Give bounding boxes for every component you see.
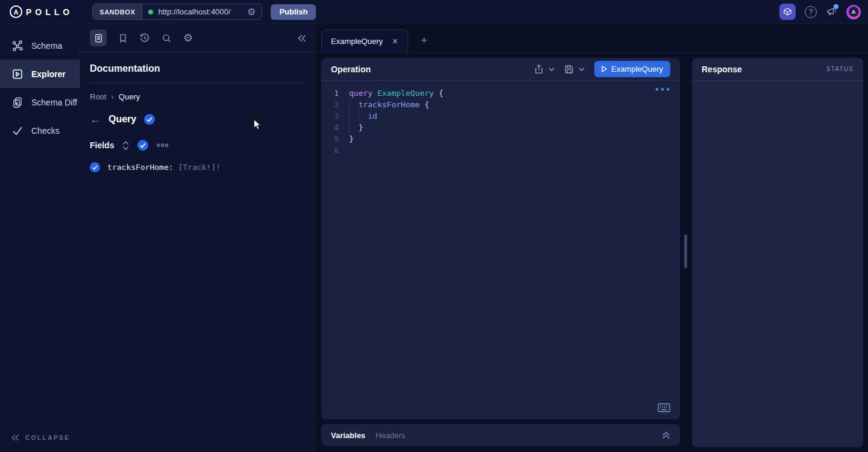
help-button[interactable]: ? (805, 6, 817, 18)
field-type-link[interactable]: [Track!]! (178, 163, 220, 172)
connection-settings-gear-icon[interactable]: ⚙ (247, 7, 256, 17)
schema-search-button[interactable] (162, 33, 172, 43)
save-floppy-icon (564, 64, 574, 74)
line-number: 2 (321, 99, 349, 110)
select-all-fields-check-icon[interactable] (137, 140, 148, 151)
double-chevron-left-icon (298, 34, 306, 42)
code-lines: 1query ExampleQuery {2tracksForHome {3id… (321, 87, 680, 156)
collapse-sidebar-button[interactable]: COLLAPSE (11, 434, 70, 441)
operation-tab-bar: ExampleQuery ✕ + (316, 24, 868, 53)
operation-panel-title: Operation (331, 64, 371, 74)
sidebar-item-label: Schema (31, 41, 62, 51)
apollo-logo[interactable]: A POLLO (10, 5, 73, 18)
share-icon (534, 64, 544, 74)
operation-history-button[interactable] (139, 33, 150, 43)
double-chevron-left-icon (11, 434, 19, 441)
add-tab-button[interactable]: + (421, 34, 427, 47)
line-number: 5 (321, 133, 349, 145)
sidebar-item-checks[interactable]: Checks (0, 116, 80, 145)
response-panel-header: Response STATUS (692, 58, 863, 81)
editor-more-menu-icon[interactable]: ••• (655, 86, 671, 94)
graphql-editor[interactable]: 1query ExampleQuery {2tracksForHome {3id… (321, 81, 680, 156)
notification-dot (834, 4, 838, 9)
operation-panel: Operation (321, 58, 680, 419)
line-number: 4 (321, 122, 349, 133)
share-operation-button[interactable] (534, 64, 544, 74)
user-avatar[interactable]: A (846, 5, 861, 19)
keyboard-shortcuts-button[interactable] (658, 403, 670, 412)
sidebar-item-schema[interactable]: Schema (0, 31, 80, 60)
breadcrumb-root-link[interactable]: Root (90, 92, 106, 101)
response-panel-title: Response (702, 64, 742, 74)
documentation-tab-button[interactable] (90, 30, 107, 46)
code-line: 6 (321, 145, 680, 156)
breadcrumb-current: Query (119, 92, 140, 101)
explorer-settings-button[interactable]: ⚙ (183, 33, 193, 43)
field-name[interactable]: tracksForHome: (107, 163, 174, 172)
save-operation-button[interactable] (564, 64, 574, 74)
field-row-tracksForHome: tracksForHome: [Track!]! (90, 162, 306, 172)
schema-diff-icon (11, 96, 24, 108)
sandbox-app-button[interactable] (779, 4, 796, 20)
expand-variables-button[interactable] (662, 432, 670, 439)
sidebar-item-schema-diff[interactable]: Schema Diff (0, 88, 80, 116)
schema-graph-icon (11, 40, 24, 52)
operation-panel-header: Operation (321, 58, 680, 81)
type-name: Query (108, 114, 136, 125)
back-arrow-icon[interactable]: ← (90, 114, 101, 125)
sidebar-item-label: Schema Diff (31, 98, 77, 107)
document-icon (93, 33, 104, 43)
apollo-logo-text: POLLO (26, 7, 73, 17)
sandbox-badge: SANDBOX (93, 4, 142, 19)
code-line: 1query ExampleQuery { (321, 87, 680, 99)
more-options-dots-icon[interactable] (156, 143, 169, 148)
type-selected-check-icon[interactable] (144, 114, 155, 125)
run-operation-button[interactable]: ExampleQuery (594, 61, 670, 77)
collapse-docs-panel-button[interactable] (298, 34, 306, 42)
publish-button[interactable]: Publish (271, 4, 316, 20)
code-line: 2tracksForHome { (321, 99, 680, 110)
code-line: 5} (321, 133, 680, 145)
endpoint-url-wrap: http://localhost:4000/ ⚙ (142, 7, 262, 17)
line-number: 6 (321, 145, 349, 156)
response-panel: Response STATUS (692, 58, 863, 447)
search-icon (162, 33, 172, 43)
gear-icon: ⚙ (183, 33, 193, 43)
sidebar-item-label: Explorer (31, 69, 66, 79)
play-icon (602, 66, 607, 72)
fields-header-row: Fields (90, 140, 306, 151)
variables-headers-bar: Variables Headers (321, 424, 680, 446)
cube-icon (782, 7, 793, 17)
line-number: 1 (321, 87, 349, 99)
saved-operations-button[interactable] (118, 33, 128, 43)
docs-panel-title: Documentation (90, 63, 306, 83)
tab-example-query[interactable]: ExampleQuery ✕ (321, 30, 408, 52)
panel-resize-handle[interactable] (684, 234, 687, 268)
fields-label: Fields (90, 140, 114, 150)
line-number: 3 (321, 110, 349, 122)
explorer-play-icon (11, 68, 24, 80)
endpoint-url[interactable]: http://localhost:4000/ (158, 7, 242, 16)
field-selected-check-icon[interactable] (90, 162, 100, 172)
run-button-label: ExampleQuery (611, 64, 663, 74)
docs-body: Documentation Root › Query ← Query Field… (80, 63, 316, 172)
chevron-right-icon: › (111, 92, 113, 101)
bookmark-icon (118, 33, 128, 43)
endpoint-bar: SANDBOX http://localhost:4000/ ⚙ (92, 4, 262, 20)
sidebar-item-explorer[interactable]: Explorer (0, 60, 80, 88)
unfold-sort-icon[interactable] (122, 140, 130, 151)
code-line: 3id (321, 110, 680, 122)
code-line: 4} (321, 122, 680, 133)
tab-variables[interactable]: Variables (331, 431, 365, 440)
keyboard-icon (658, 403, 670, 412)
connection-status-icon (148, 10, 153, 14)
close-tab-icon[interactable]: ✕ (392, 37, 398, 46)
share-dropdown-chevron-icon[interactable] (549, 67, 555, 71)
operation-actions: ExampleQuery (534, 61, 670, 77)
announcements-button[interactable] (826, 6, 837, 17)
tab-headers[interactable]: Headers (376, 431, 405, 440)
type-header-row: ← Query (90, 114, 306, 125)
docs-toolbar: ⚙ (80, 24, 316, 52)
save-dropdown-chevron-icon[interactable] (579, 67, 585, 71)
apollo-logo-icon: A (10, 5, 22, 18)
